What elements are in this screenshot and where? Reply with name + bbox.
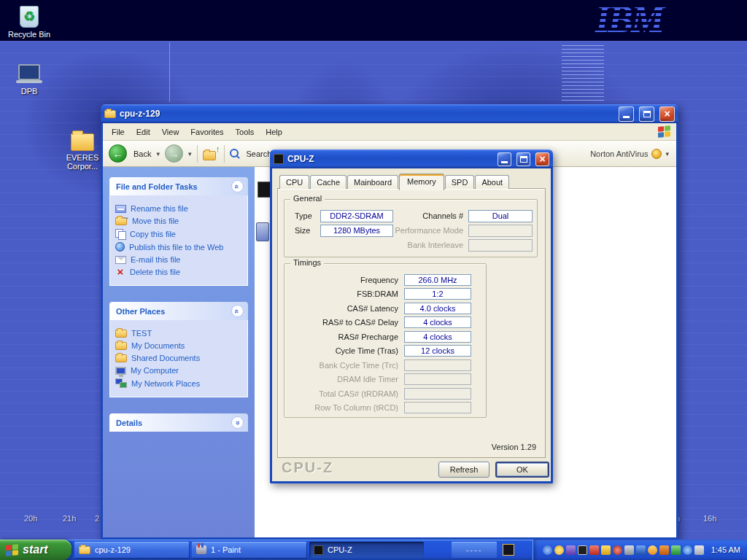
tray-icon[interactable] — [694, 545, 704, 555]
panel-header[interactable]: File and Folder Tasks — [109, 177, 248, 195]
menu-help[interactable]: Help — [260, 125, 288, 139]
refresh-button[interactable]: Refresh — [438, 462, 489, 478]
tray-icon[interactable] — [601, 545, 611, 555]
minimize-button[interactable] — [498, 152, 511, 166]
tab-cpu[interactable]: CPU — [279, 175, 309, 189]
task-publish-file[interactable]: Publish this file to the Web — [115, 242, 242, 252]
norton-antivirus-toolbar[interactable]: Norton AntiVirus ▾ — [590, 141, 669, 167]
place-label: TEST — [131, 329, 152, 338]
collapse-chevron-icon[interactable] — [231, 305, 244, 317]
ok-button[interactable]: OK — [495, 462, 549, 478]
desktop-icon-recycle-bin[interactable]: ♻ Recycle Bin — [6, 6, 53, 39]
timing-value-field[interactable]: 4 clocks — [404, 331, 471, 343]
tray-icon[interactable] — [578, 545, 587, 555]
tray-icon[interactable] — [648, 545, 657, 555]
icon-label: Recycle Bin — [6, 30, 53, 39]
maximize-button[interactable] — [639, 106, 654, 122]
search-icon[interactable] — [230, 149, 240, 159]
place-my-network[interactable]: My Network Places — [115, 378, 242, 388]
desktop-icon-everes[interactable]: EVERES Corpor... — [60, 133, 105, 171]
taskbar-overflow-segment[interactable]: ---- — [452, 542, 497, 558]
task-delete-file[interactable]: × Delete this file — [115, 268, 242, 276]
desktop-icon-dpb[interactable]: DPB — [6, 64, 53, 96]
timing-value-field[interactable]: 12 clocks — [404, 345, 471, 357]
norton-icon — [651, 149, 662, 159]
tray-icon[interactable] — [624, 545, 634, 555]
task-move-file[interactable]: Move this file — [115, 217, 242, 225]
timing-label: Row To Column (tRCD) — [289, 403, 398, 412]
file-icon[interactable] — [256, 222, 269, 241]
menu-file[interactable]: File — [106, 125, 131, 139]
tray-icon[interactable] — [589, 545, 599, 555]
close-button[interactable]: × — [535, 152, 549, 166]
tab-mainboard[interactable]: Mainboard — [347, 175, 398, 189]
menu-edit[interactable]: Edit — [131, 125, 156, 139]
tray-icon[interactable] — [683, 545, 692, 555]
back-icon[interactable]: ← — [109, 144, 127, 163]
tray-icon[interactable] — [543, 545, 552, 555]
search-button-label[interactable]: Search — [247, 149, 272, 158]
cpuz-window: CPU-Z × CPU Cache Mainboard Memory SPD A… — [270, 149, 553, 483]
cpuz-chip-icon — [274, 154, 284, 164]
minimize-button[interactable] — [619, 106, 634, 122]
timing-value-field[interactable]: 4.0 clocks — [404, 303, 471, 314]
place-label: My Documents — [131, 341, 185, 350]
place-my-computer[interactable]: My Computer — [115, 366, 242, 375]
file-folder-tasks-panel: File and Folder Tasks Rename this file M… — [109, 177, 248, 286]
expand-chevron-icon[interactable] — [231, 416, 244, 429]
folder-icon — [79, 546, 90, 554]
timing-label: Frequency — [289, 276, 398, 284]
task-copy-file[interactable]: Copy this file — [115, 229, 242, 238]
back-button-label[interactable]: Back — [133, 149, 151, 158]
timing-value-field[interactable]: 4 clocks — [404, 316, 471, 328]
panel-title: Other Places — [116, 307, 165, 316]
task-rename-file[interactable]: Rename this file — [115, 204, 242, 213]
panel-body: TEST My Documents Shared Documents — [109, 320, 248, 397]
taskbar-launcher-icon[interactable] — [503, 544, 514, 556]
close-button[interactable]: × — [659, 106, 675, 122]
timing-value-field[interactable]: 266.0 MHz — [404, 274, 471, 286]
place-test[interactable]: TEST — [115, 329, 242, 338]
groupbox-title: Timings — [290, 258, 324, 267]
start-button[interactable]: start — [0, 540, 71, 560]
panel-title: Details — [116, 419, 142, 427]
bank-interleave-field — [468, 239, 533, 252]
tray-icon[interactable] — [554, 545, 564, 555]
channels-value-field[interactable]: Dual — [468, 210, 533, 222]
taskbar-task-cpuz[interactable]: CPU-Z — [309, 542, 424, 558]
cpuz-titlebar[interactable]: CPU-Z × — [270, 149, 553, 168]
tray-icon[interactable] — [566, 545, 576, 555]
tray-icon[interactable] — [659, 545, 669, 555]
place-shared-documents[interactable]: Shared Documents — [115, 354, 242, 362]
menu-favorites[interactable]: Favorites — [185, 125, 229, 139]
task-email-file[interactable]: E-mail this file — [115, 255, 242, 264]
explorer-titlebar[interactable]: cpu-z-129 × — [101, 104, 678, 123]
menu-tools[interactable]: Tools — [230, 125, 260, 139]
size-value-field[interactable]: 1280 MBytes — [320, 225, 393, 237]
type-value-field[interactable]: DDR2-SDRAM — [320, 210, 393, 222]
panel-header[interactable]: Details — [109, 413, 248, 432]
task-label: Rename this file — [131, 204, 188, 213]
timing-value-field[interactable]: 1:2 — [404, 288, 471, 300]
tab-cache[interactable]: Cache — [310, 175, 347, 189]
place-my-documents[interactable]: My Documents — [115, 341, 242, 350]
performance-mode-field — [468, 225, 533, 237]
norton-dropdown-icon[interactable]: ▾ — [665, 150, 669, 158]
tray-icon[interactable] — [636, 545, 646, 555]
tray-icon[interactable] — [671, 545, 681, 555]
collapse-chevron-icon[interactable] — [231, 180, 244, 192]
menu-view[interactable]: View — [156, 125, 185, 139]
panel-header[interactable]: Other Places — [109, 302, 248, 320]
taskbar-task-paint[interactable]: 1 - Paint — [192, 542, 306, 558]
tab-spd[interactable]: SPD — [445, 175, 475, 189]
back-dropdown-icon[interactable]: ▾ — [156, 150, 160, 158]
tab-about[interactable]: About — [475, 175, 509, 189]
type-label: Type — [295, 211, 315, 220]
up-folder-icon[interactable]: ↑ — [203, 147, 219, 160]
maximize-button[interactable] — [516, 152, 530, 166]
forward-icon[interactable]: → — [165, 144, 183, 163]
tray-icon[interactable] — [613, 545, 622, 555]
taskbar-clock[interactable]: 1:45 AM — [711, 545, 740, 554]
tab-memory[interactable]: Memory — [399, 174, 444, 190]
taskbar-task-cpu-z-129[interactable]: cpu-z-129 — [74, 542, 189, 558]
